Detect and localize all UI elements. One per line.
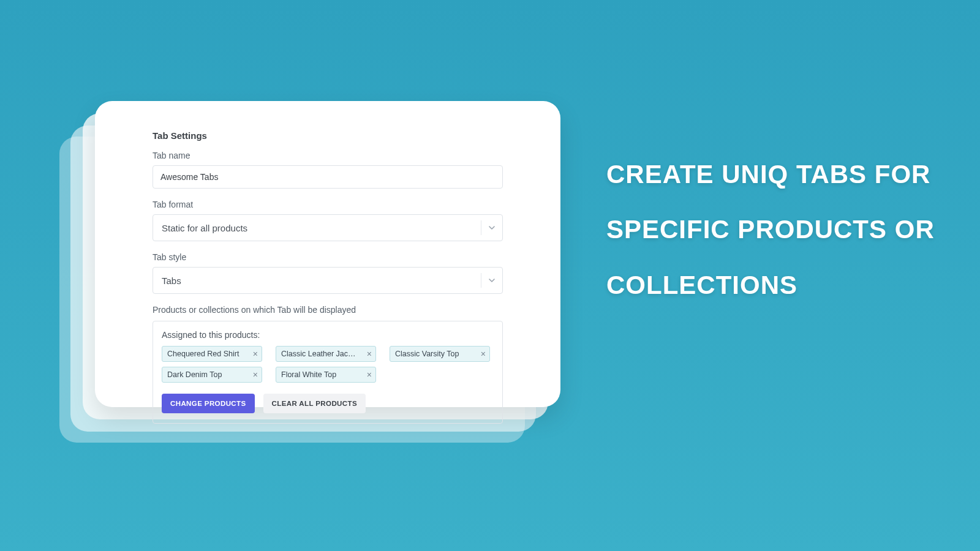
product-chip-label: Dark Denim Top	[167, 370, 249, 379]
button-row: CHANGE PRODUCTS CLEAR ALL PRODUCTS	[162, 394, 494, 413]
tab-format-value: Static for all products	[153, 223, 481, 233]
clear-all-products-button[interactable]: CLEAR ALL PRODUCTS	[263, 394, 366, 413]
tab-name-input[interactable]	[153, 165, 503, 189]
chevron-down-icon	[481, 224, 502, 231]
product-chip[interactable]: Classic Varsity Top ×	[390, 346, 490, 362]
product-chip-list: Chequered Red Shirt × Classic Leather Ja…	[162, 346, 494, 383]
product-chip-label: Classic Leather Jac…	[281, 350, 363, 358]
close-icon[interactable]: ×	[249, 370, 258, 379]
tab-style-select[interactable]: Tabs	[153, 267, 503, 294]
close-icon[interactable]: ×	[249, 350, 258, 358]
product-chip[interactable]: Chequered Red Shirt ×	[162, 346, 262, 362]
tab-format-label: Tab format	[153, 200, 503, 209]
tab-name-label: Tab name	[153, 151, 503, 160]
product-chip[interactable]: Classic Leather Jac… ×	[276, 346, 376, 362]
chevron-down-icon	[481, 277, 502, 284]
tab-format-select[interactable]: Static for all products	[153, 214, 503, 241]
product-chip-label: Classic Varsity Top	[395, 350, 477, 358]
assigned-section-label: Products or collections on which Tab wil…	[153, 305, 503, 315]
product-chip[interactable]: Floral White Top ×	[276, 367, 376, 383]
tab-style-label: Tab style	[153, 252, 503, 262]
product-chip[interactable]: Dark Denim Top ×	[162, 367, 262, 383]
close-icon[interactable]: ×	[363, 350, 372, 358]
assigned-to-label: Assigned to this products:	[162, 330, 494, 340]
tab-style-value: Tabs	[153, 276, 481, 286]
assigned-products-box: Assigned to this products: Chequered Red…	[153, 321, 503, 424]
close-icon[interactable]: ×	[363, 370, 372, 379]
product-chip-label: Floral White Top	[281, 370, 363, 379]
change-products-button[interactable]: CHANGE PRODUCTS	[162, 394, 255, 413]
product-chip-label: Chequered Red Shirt	[167, 350, 249, 358]
close-icon[interactable]: ×	[477, 350, 486, 358]
settings-card: Tab Settings Tab name Tab format Static …	[95, 101, 560, 407]
marketing-headline: CREATE UNIQ TABS FOR SPECIFIC PRODUCTS O…	[606, 147, 937, 313]
card-title: Tab Settings	[153, 130, 503, 141]
